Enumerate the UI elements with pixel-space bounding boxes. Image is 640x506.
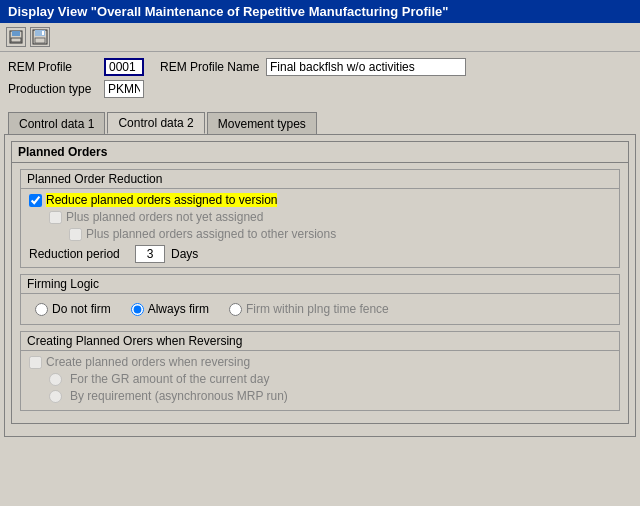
planned-orders-content: Planned Order Reduction Reduce planned o… bbox=[12, 163, 628, 423]
planned-orders-title: Planned Orders bbox=[12, 142, 628, 163]
rem-profile-row: REM Profile REM Profile Name bbox=[8, 58, 632, 76]
always-firm-label: Always firm bbox=[148, 302, 209, 316]
planned-orders-section: Planned Orders Planned Order Reduction R… bbox=[11, 141, 629, 424]
window-title: Display View "Overall Maintenance of Rep… bbox=[8, 4, 448, 19]
for-gr-radio[interactable] bbox=[49, 373, 62, 386]
create-planned-orders-checkbox[interactable] bbox=[29, 356, 42, 369]
planned-order-reduction-content: Reduce planned orders assigned to versio… bbox=[21, 189, 619, 267]
plus-other-versions-checkbox[interactable] bbox=[69, 228, 82, 241]
by-requirement-row: By requirement (asynchronous MRP run) bbox=[29, 389, 611, 403]
reduce-assigned-row: Reduce planned orders assigned to versio… bbox=[29, 193, 611, 207]
creating-planned-orders-title: Creating Planned Orers when Reversing bbox=[21, 332, 619, 351]
firming-logic-subsection: Firming Logic Do not firm Always firm bbox=[20, 274, 620, 325]
creating-planned-orders-subsection: Creating Planned Orers when Reversing Cr… bbox=[20, 331, 620, 411]
plus-not-assigned-checkbox[interactable] bbox=[49, 211, 62, 224]
production-type-row: Production type bbox=[8, 80, 632, 98]
plus-not-assigned-label: Plus planned orders not yet assigned bbox=[66, 210, 263, 224]
title-bar: Display View "Overall Maintenance of Rep… bbox=[0, 0, 640, 23]
tab-movement-types[interactable]: Movement types bbox=[207, 112, 317, 134]
plus-other-versions-row: Plus planned orders assigned to other ve… bbox=[29, 227, 611, 241]
svg-rect-5 bbox=[35, 38, 45, 43]
reduce-assigned-checkbox[interactable] bbox=[29, 194, 42, 207]
creating-planned-orders-content: Create planned orders when reversing For… bbox=[21, 351, 619, 410]
planned-order-reduction-title: Planned Order Reduction bbox=[21, 170, 619, 189]
rem-profile-input[interactable] bbox=[104, 58, 144, 76]
planned-order-reduction-subsection: Planned Order Reduction Reduce planned o… bbox=[20, 169, 620, 268]
firm-within-radio[interactable] bbox=[229, 303, 242, 316]
svg-rect-2 bbox=[11, 38, 21, 42]
svg-rect-6 bbox=[42, 31, 44, 35]
by-requirement-radio[interactable] bbox=[49, 390, 62, 403]
main-content: Planned Orders Planned Order Reduction R… bbox=[4, 134, 636, 437]
production-type-label: Production type bbox=[8, 82, 98, 96]
do-not-firm-radio[interactable] bbox=[35, 303, 48, 316]
rem-profile-name-label: REM Profile Name bbox=[160, 60, 260, 74]
firming-logic-title: Firming Logic bbox=[21, 275, 619, 294]
do-not-firm-item: Do not firm bbox=[35, 302, 111, 316]
create-planned-orders-row: Create planned orders when reversing bbox=[29, 355, 611, 369]
production-type-input[interactable] bbox=[104, 80, 144, 98]
plus-not-assigned-row: Plus planned orders not yet assigned bbox=[29, 210, 611, 224]
firm-within-label: Firm within plng time fence bbox=[246, 302, 389, 316]
tabs-area: Control data 1 Control data 2 Movement t… bbox=[0, 108, 640, 134]
always-firm-item: Always firm bbox=[131, 302, 209, 316]
toolbar-icon-2[interactable] bbox=[30, 27, 50, 47]
do-not-firm-label: Do not firm bbox=[52, 302, 111, 316]
toolbar bbox=[0, 23, 640, 52]
plus-other-versions-label: Plus planned orders assigned to other ve… bbox=[86, 227, 336, 241]
rem-profile-name-input[interactable] bbox=[266, 58, 466, 76]
reduction-period-unit: Days bbox=[171, 247, 198, 261]
for-gr-row: For the GR amount of the current day bbox=[29, 372, 611, 386]
rem-profile-label: REM Profile bbox=[8, 60, 98, 74]
tab-control-data-2[interactable]: Control data 2 bbox=[107, 112, 204, 134]
reduce-assigned-label: Reduce planned orders assigned to versio… bbox=[46, 193, 277, 207]
header-form: REM Profile REM Profile Name Production … bbox=[0, 52, 640, 108]
firming-logic-radio-group: Do not firm Always firm Firm within plng… bbox=[29, 298, 611, 320]
firm-within-item: Firm within plng time fence bbox=[229, 302, 389, 316]
always-firm-radio[interactable] bbox=[131, 303, 144, 316]
reduction-period-label: Reduction period bbox=[29, 247, 129, 261]
reduction-period-input[interactable] bbox=[135, 245, 165, 263]
toolbar-icon-1[interactable] bbox=[6, 27, 26, 47]
svg-rect-1 bbox=[12, 31, 20, 36]
create-planned-orders-label: Create planned orders when reversing bbox=[46, 355, 250, 369]
tab-control-data-1[interactable]: Control data 1 bbox=[8, 112, 105, 134]
for-gr-label: For the GR amount of the current day bbox=[70, 372, 269, 386]
reduction-period-row: Reduction period Days bbox=[29, 245, 611, 263]
firming-logic-content: Do not firm Always firm Firm within plng… bbox=[21, 294, 619, 324]
by-requirement-label: By requirement (asynchronous MRP run) bbox=[70, 389, 288, 403]
